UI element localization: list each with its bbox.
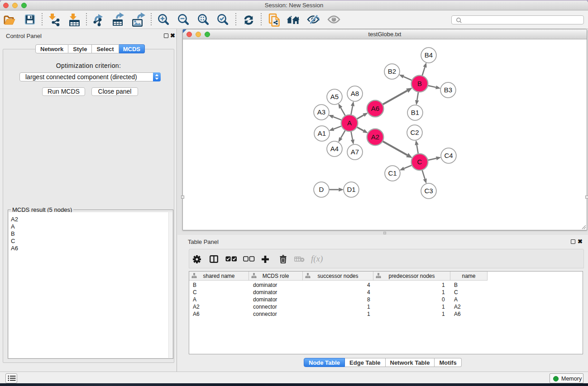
svg-text:A: A	[347, 119, 352, 127]
svg-text:A5: A5	[330, 93, 339, 100]
svg-text:B2: B2	[388, 67, 396, 75]
svg-text:A3: A3	[317, 108, 325, 116]
svg-text:C2: C2	[410, 129, 419, 136]
svg-text:C1: C1	[388, 169, 397, 177]
svg-text:A2: A2	[371, 133, 379, 141]
svg-text:A4: A4	[330, 145, 339, 152]
svg-text:C: C	[417, 158, 422, 166]
svg-text:A7: A7	[351, 148, 359, 156]
svg-text:A1: A1	[318, 129, 326, 137]
svg-text:B: B	[417, 80, 422, 87]
svg-text:C3: C3	[424, 187, 433, 195]
svg-text:C4: C4	[444, 152, 453, 159]
svg-text:A6: A6	[371, 105, 379, 112]
svg-text:B4: B4	[425, 51, 433, 59]
svg-text:B1: B1	[411, 109, 419, 116]
svg-text:D: D	[319, 186, 324, 193]
svg-text:B3: B3	[444, 86, 452, 94]
svg-text:D1: D1	[347, 186, 355, 193]
svg-text:A8: A8	[351, 90, 359, 97]
